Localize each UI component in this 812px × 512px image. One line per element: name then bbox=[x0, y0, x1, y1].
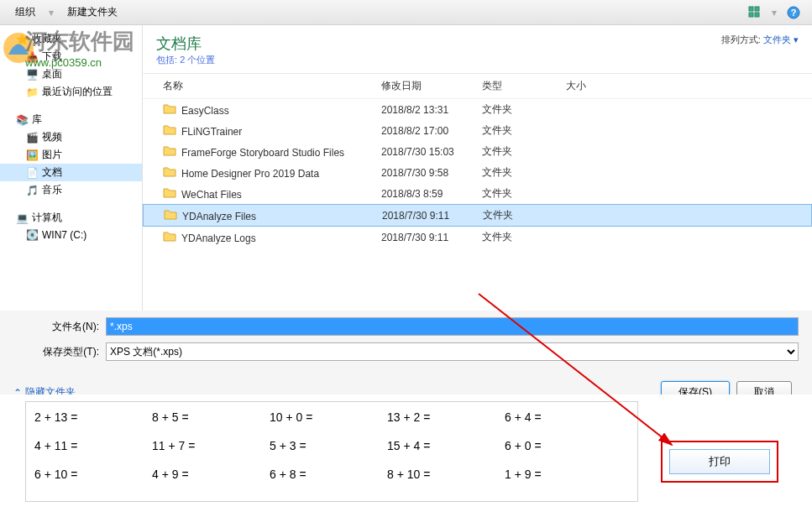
math-row: 6 + 10 =4 + 9 =6 + 8 =8 + 10 =1 + 9 = bbox=[34, 468, 629, 481]
file-content: 河东软件园 www.pc0359.cn 文档库 包括: 2 个位置 排列方式: … bbox=[143, 25, 812, 311]
svg-text:?: ? bbox=[791, 8, 797, 18]
tree-recent[interactable]: 📁最近访问的位置 bbox=[0, 83, 142, 101]
desktop-icon: 🖥️ bbox=[25, 68, 39, 81]
math-equation: 8 + 5 = bbox=[152, 410, 270, 424]
math-equation: 2 + 13 = bbox=[34, 410, 152, 424]
col-date[interactable]: 修改日期 bbox=[375, 77, 475, 95]
folder-icon bbox=[164, 208, 177, 220]
toolbar-separator: ▾ bbox=[772, 7, 777, 18]
library-title: 文档库 bbox=[156, 34, 215, 54]
math-equation: 6 + 10 = bbox=[34, 468, 152, 481]
folder-icon bbox=[163, 102, 176, 114]
document-icon: 📄 bbox=[25, 166, 39, 180]
math-equation: 13 + 2 = bbox=[387, 410, 505, 424]
col-type[interactable]: 类型 bbox=[475, 77, 559, 95]
tree-library[interactable]: 📚库 bbox=[0, 111, 142, 128]
table-row[interactable]: YDAnalyze Files2018/7/30 9:11文件夹 bbox=[143, 204, 812, 227]
folder-icon bbox=[163, 144, 176, 156]
list-header: 名称 修改日期 类型 大小 bbox=[143, 74, 812, 99]
folder-icon bbox=[163, 230, 176, 242]
tree-documents[interactable]: 📄文档 bbox=[0, 164, 142, 181]
svg-rect-0 bbox=[749, 7, 753, 11]
table-row[interactable]: Home Designer Pro 2019 Data2018/7/30 9:5… bbox=[143, 162, 812, 183]
math-equation: 6 + 8 = bbox=[270, 468, 387, 481]
picture-icon: 🖼️ bbox=[25, 149, 39, 162]
svg-rect-2 bbox=[749, 13, 753, 17]
folder-icon bbox=[163, 186, 176, 198]
folder-icon bbox=[163, 123, 176, 135]
filetype-label: 保存类型(T): bbox=[13, 345, 106, 359]
computer-icon: 💻 bbox=[15, 212, 29, 225]
math-equation: 4 + 11 = bbox=[34, 439, 152, 452]
library-header: 文档库 包括: 2 个位置 排列方式: 文件夹 ▾ bbox=[143, 25, 812, 74]
table-row[interactable]: WeChat Files2018/8/3 8:59文件夹 bbox=[143, 183, 812, 204]
filename-label: 文件名(N): bbox=[13, 320, 106, 334]
folder-icon bbox=[163, 165, 176, 177]
filename-input[interactable] bbox=[106, 317, 799, 336]
tree-desktop[interactable]: 🖥️桌面 bbox=[0, 65, 142, 83]
math-equation: 4 + 9 = bbox=[152, 468, 270, 481]
recent-icon: 📁 bbox=[25, 86, 39, 99]
file-list: 名称 修改日期 类型 大小 EasyClass2018/8/2 13:31文件夹… bbox=[143, 74, 812, 311]
math-equation: 5 + 3 = bbox=[270, 439, 387, 452]
filetype-select[interactable]: XPS 文档(*.xps) bbox=[106, 342, 799, 361]
math-equation: 1 + 9 = bbox=[505, 468, 622, 481]
svg-rect-3 bbox=[755, 13, 759, 17]
music-icon: 🎵 bbox=[25, 184, 39, 197]
math-row: 2 + 13 =8 + 5 =10 + 0 =13 + 2 =6 + 4 = bbox=[34, 410, 629, 424]
folder-tree: ⭐收藏夹 📥下载 🖥️桌面 📁最近访问的位置 📚库 🎬视频 🖼️图片 📄文档 🎵… bbox=[0, 25, 143, 311]
help-icon[interactable]: ? bbox=[783, 3, 804, 23]
save-dialog: 组织 ▾ 新建文件夹 ▾ ? ⭐收藏夹 📥下载 🖥️桌面 📁最近访问的位置 📚库… bbox=[0, 0, 812, 394]
math-equation: 8 + 10 = bbox=[387, 468, 505, 481]
library-subtitle: 包括: 2 个位置 bbox=[156, 54, 215, 66]
math-equation: 15 + 4 = bbox=[387, 439, 505, 452]
tree-computer[interactable]: 💻计算机 bbox=[0, 209, 142, 227]
table-row[interactable]: FrameForge Storyboard Studio Files2018/7… bbox=[143, 141, 812, 162]
print-button[interactable]: 打印 bbox=[669, 449, 770, 474]
dialog-toolbar: 组织 ▾ 新建文件夹 ▾ ? bbox=[0, 0, 812, 25]
table-row[interactable]: YDAnalyze Logs2018/7/30 9:11文件夹 bbox=[143, 227, 812, 248]
math-equation: 10 + 0 = bbox=[270, 410, 387, 424]
watermark-logo bbox=[0, 29, 38, 67]
drive-icon: 💽 bbox=[25, 228, 39, 242]
math-equation: 6 + 4 = bbox=[505, 410, 622, 424]
toolbar-separator: ▾ bbox=[49, 7, 54, 18]
math-worksheet: 2 + 13 =8 + 5 =10 + 0 =13 + 2 =6 + 4 =4 … bbox=[25, 401, 638, 502]
print-highlight: 打印 bbox=[661, 441, 778, 483]
sort-control[interactable]: 排列方式: 文件夹 ▾ bbox=[721, 34, 799, 46]
video-icon: 🎬 bbox=[25, 131, 39, 144]
new-folder-button[interactable]: 新建文件夹 bbox=[59, 3, 126, 22]
table-row[interactable]: EasyClass2018/8/2 13:31文件夹 bbox=[143, 99, 812, 120]
tree-videos[interactable]: 🎬视频 bbox=[0, 128, 142, 146]
tree-music[interactable]: 🎵音乐 bbox=[0, 181, 142, 199]
col-size[interactable]: 大小 bbox=[559, 77, 626, 95]
view-icon[interactable] bbox=[745, 3, 765, 23]
table-row[interactable]: FLiNGTrainer2018/8/2 17:00文件夹 bbox=[143, 120, 812, 141]
organize-button[interactable]: 组织 bbox=[7, 3, 44, 22]
col-name[interactable]: 名称 bbox=[156, 77, 375, 95]
svg-rect-1 bbox=[755, 7, 759, 11]
tree-pictures[interactable]: 🖼️图片 bbox=[0, 146, 142, 164]
math-equation: 11 + 7 = bbox=[152, 439, 270, 452]
math-row: 4 + 11 =11 + 7 =5 + 3 =15 + 4 =6 + 0 = bbox=[34, 439, 629, 452]
tree-drive-c[interactable]: 💽WIN7 (C:) bbox=[0, 227, 142, 243]
math-equation: 6 + 0 = bbox=[505, 439, 622, 452]
dialog-bottom: 文件名(N): 保存类型(T): XPS 文档(*.xps) bbox=[0, 311, 812, 374]
library-icon: 📚 bbox=[15, 113, 29, 127]
dialog-main: ⭐收藏夹 📥下载 🖥️桌面 📁最近访问的位置 📚库 🎬视频 🖼️图片 📄文档 🎵… bbox=[0, 25, 812, 311]
